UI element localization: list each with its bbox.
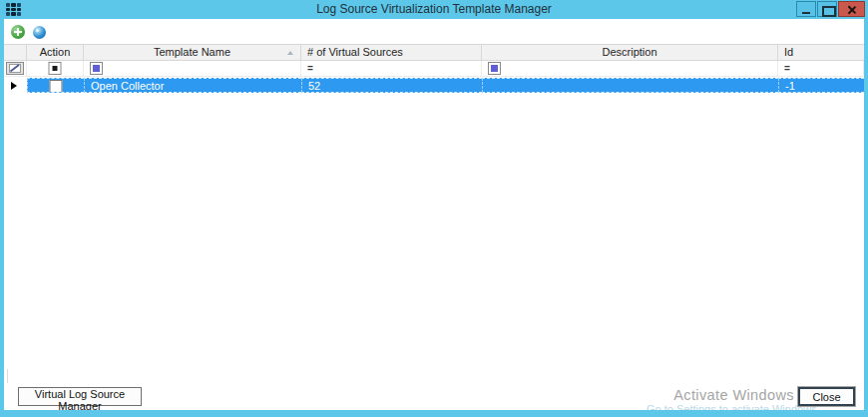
minimize-button[interactable]	[796, 1, 816, 17]
column-header-virtual-sources[interactable]: # of Virtual Sources	[301, 45, 482, 60]
app-icon[interactable]	[6, 3, 21, 16]
dialog-window: Log Source Virtualization Template Manag…	[0, 0, 868, 417]
filter-virtual-sources-cell[interactable]: =	[301, 61, 482, 77]
filter-id-cell[interactable]: =	[778, 61, 864, 77]
close-button[interactable]: Close	[798, 387, 855, 406]
filter-row-header-cell	[4, 61, 27, 77]
column-header-description[interactable]: Description	[482, 45, 778, 60]
template-grid: Action Template Name # of Virtual Source…	[4, 44, 864, 93]
filter-description-box-icon[interactable]	[488, 62, 501, 75]
table-row[interactable]: Open Collector 52 -1	[4, 77, 864, 93]
column-header-action[interactable]: Action	[27, 45, 84, 60]
window-title: Log Source Virtualization Template Manag…	[0, 0, 868, 19]
grid-filter-row: = =	[4, 61, 864, 77]
titlebar[interactable]: Log Source Virtualization Template Manag…	[0, 0, 868, 19]
close-window-button[interactable]	[838, 1, 865, 17]
column-header-id[interactable]: Id	[778, 45, 864, 60]
row-virtual-sources[interactable]: 52	[301, 78, 482, 93]
panel-edge-line	[7, 369, 8, 383]
filter-action-cell	[27, 61, 84, 77]
current-row-arrow-icon	[11, 82, 17, 90]
equals-filter-icon: =	[784, 62, 790, 75]
virtual-log-source-manager-button[interactable]: Virtual Log Source Manager	[18, 387, 142, 406]
row-template-name[interactable]: Open Collector	[84, 78, 301, 93]
add-icon[interactable]	[11, 25, 25, 39]
row-id[interactable]: -1	[778, 78, 864, 93]
grid-header-row: Action Template Name # of Virtual Source…	[4, 44, 864, 61]
maximize-button[interactable]	[817, 1, 837, 17]
window-controls	[796, 1, 865, 17]
sort-ascending-icon	[287, 51, 293, 55]
row-description[interactable]	[482, 78, 778, 93]
filter-edit-icon[interactable]	[6, 62, 24, 75]
column-header-template-name-label: Template Name	[154, 46, 230, 58]
filter-template-name-box-icon[interactable]	[90, 62, 103, 75]
row-indicator-header	[4, 45, 27, 60]
info-icon[interactable]	[33, 26, 46, 39]
filter-template-name-cell	[84, 61, 301, 77]
filter-description-cell	[482, 61, 778, 77]
activate-windows-watermark-line2: Go to Settings to activate Windows.	[647, 403, 820, 410]
client-area: Action Template Name # of Virtual Source…	[4, 19, 864, 410]
row-indicator-cell[interactable]	[4, 78, 27, 93]
activate-windows-watermark: Activate Windows	[673, 387, 794, 403]
equals-filter-icon: =	[307, 62, 313, 75]
column-header-template-name[interactable]: Template Name	[84, 45, 301, 60]
row-action-cell	[27, 78, 84, 93]
row-action-checkbox[interactable]	[50, 80, 63, 93]
toolbar	[4, 19, 864, 43]
filter-action-checkbox[interactable]	[49, 62, 62, 75]
